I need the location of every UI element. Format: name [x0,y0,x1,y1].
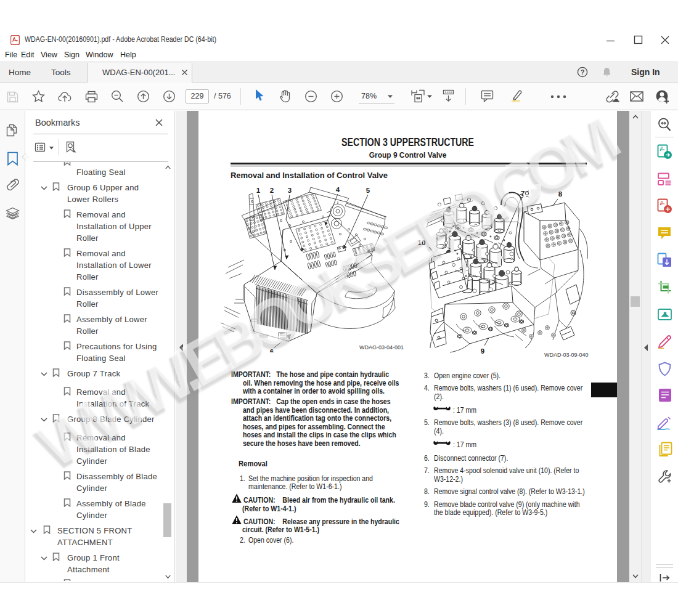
svg-text:1: 1 [256,187,261,194]
svg-text:8: 8 [558,190,563,198]
svg-text:9: 9 [481,347,484,355]
svg-text:6: 6 [270,348,274,352]
svg-text:10: 10 [418,239,426,246]
svg-text:7: 7 [521,190,525,197]
svg-text:2: 2 [270,187,274,194]
svg-text:?: ? [581,68,585,76]
svg-text:3: 3 [288,187,292,194]
svg-text:4: 4 [336,186,340,193]
